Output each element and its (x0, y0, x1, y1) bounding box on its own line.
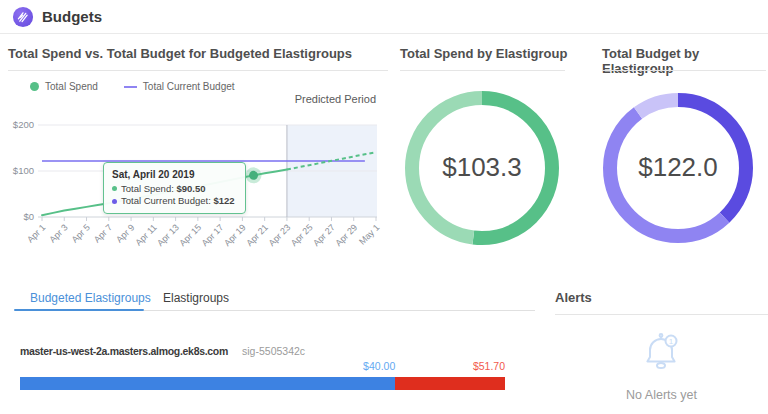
alerts-title: Alerts (555, 290, 592, 305)
divider (602, 70, 766, 71)
tooltip-label: Total Spend: (121, 183, 174, 194)
purple-bullet-icon (112, 199, 117, 204)
active-tab-underline (14, 309, 144, 311)
svg-text:Apr 5: Apr 5 (70, 222, 92, 244)
svg-text:Apr 27: Apr 27 (311, 222, 337, 248)
svg-text:Apr 7: Apr 7 (92, 222, 114, 244)
chart-legend: Total Spend Total Current Budget (30, 81, 235, 92)
legend-label: Total Spend (45, 81, 98, 92)
legend-label: Total Current Budget (143, 81, 235, 92)
svg-text:Apr 19: Apr 19 (222, 222, 248, 248)
tooltip-label: Total Current Budget: (121, 195, 211, 206)
svg-text:$100: $100 (13, 165, 34, 176)
svg-text:$0: $0 (23, 211, 34, 222)
budgets-page: Budgets Total Spend vs. Total Budget for… (0, 0, 768, 414)
svg-text:Apr 13: Apr 13 (155, 222, 181, 248)
svg-text:Apr 1: Apr 1 (25, 222, 47, 244)
tooltip-row-budget: Total Current Budget: $122 (112, 195, 237, 208)
total-budget-donut-title: Total Budget by Elastigroup (602, 46, 768, 76)
bell-badge-count: 1 (669, 337, 674, 346)
chart-tooltip: Sat, April 20 2019 Total Spend: $90.50 T… (103, 162, 246, 214)
app-header: Budgets (0, 0, 768, 34)
legend-item-total-current-budget[interactable]: Total Current Budget (124, 81, 235, 92)
tab-elastigroups[interactable]: Elastigroups (163, 291, 229, 305)
svg-text:Apr 25: Apr 25 (289, 222, 315, 248)
tooltip-row-spend: Total Spend: $90.50 (112, 183, 237, 196)
divider (8, 70, 388, 71)
tooltip-value: $90.50 (176, 183, 205, 194)
no-alerts-text: No Alerts yet (555, 388, 768, 402)
budget-bar-overage (395, 377, 505, 390)
elastigroup-name-link[interactable]: master-us-west-2a.masters.almog.ek8s.com (20, 345, 228, 357)
budget-progress-bar (20, 377, 505, 390)
total-spend-value: $103.3 (402, 152, 562, 183)
divider (555, 314, 768, 315)
bell-icon: 1 (641, 330, 681, 374)
svg-text:Apr 17: Apr 17 (200, 222, 226, 248)
green-bullet-icon (112, 186, 117, 191)
tooltip-date: Sat, April 20 2019 (112, 168, 237, 182)
page-title: Budgets (42, 8, 102, 25)
svg-text:Apr 29: Apr 29 (333, 222, 359, 248)
green-dot-icon (30, 82, 39, 91)
predicted-period-label: Predicted Period (226, 93, 376, 105)
svg-text:May 1: May 1 (357, 222, 381, 246)
svg-text:Apr 11: Apr 11 (133, 222, 158, 247)
elastigroup-row: master-us-west-2a.masters.almog.ek8s.com… (20, 345, 305, 357)
legend-item-total-spend[interactable]: Total Spend (30, 81, 98, 92)
budget-amount-label: $40.00 (20, 360, 395, 372)
total-budget-value: $122.0 (600, 152, 756, 183)
svg-text:$200: $200 (13, 119, 34, 130)
tooltip-value: $122 (213, 195, 234, 206)
total-spend-amount-label: $51.70 (473, 360, 505, 372)
tab-divider (144, 310, 535, 311)
purple-line-icon (124, 86, 137, 88)
elastigroup-sig-id: sig-5505342c (242, 345, 305, 357)
spotinst-logo-icon (12, 6, 34, 28)
budget-bar-labels: $40.00 $51.70 (20, 360, 505, 373)
total-spend-donut-title: Total Spend by Elastigroup (400, 46, 570, 61)
budget-bar-within (20, 377, 395, 390)
svg-text:Apr 23: Apr 23 (267, 222, 293, 248)
spend-vs-budget-title: Total Spend vs. Total Budget for Budgete… (8, 46, 390, 61)
divider (400, 70, 565, 71)
svg-text:Apr 15: Apr 15 (177, 222, 203, 248)
svg-text:Apr 21: Apr 21 (244, 222, 270, 248)
tab-budgeted-elastigroups[interactable]: Budgeted Elastigroups (30, 291, 151, 305)
svg-text:Apr 3: Apr 3 (47, 222, 69, 244)
